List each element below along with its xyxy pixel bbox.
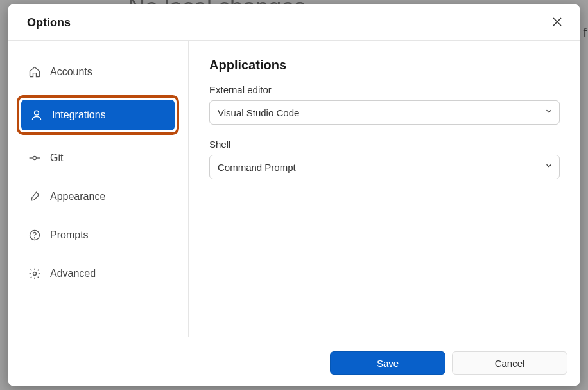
svg-point-2 xyxy=(35,111,39,115)
background-letter: f xyxy=(583,26,587,40)
dialog-title: Options xyxy=(27,16,71,30)
sidebar-item-label: Integrations xyxy=(52,109,106,121)
external-editor-field: External editor Visual Studio Code xyxy=(209,84,560,125)
sidebar-item-prompts[interactable]: Prompts xyxy=(19,220,177,251)
sidebar-item-label: Git xyxy=(50,152,63,164)
brush-icon xyxy=(28,190,41,203)
section-title: Applications xyxy=(209,58,560,73)
sidebar: Accounts Integrations xyxy=(8,41,189,337)
shell-field: Shell Command Prompt xyxy=(209,139,560,179)
field-label: External editor xyxy=(209,84,560,95)
field-label: Shell xyxy=(209,139,560,150)
sidebar-item-label: Advanced xyxy=(50,268,96,279)
select-value: Command Prompt xyxy=(218,162,296,173)
home-icon xyxy=(28,66,41,78)
select-value: Visual Studio Code xyxy=(218,107,299,118)
main-panel: Applications External editor Visual Stud… xyxy=(189,41,580,342)
tutorial-highlight: Integrations xyxy=(17,95,179,135)
save-button[interactable]: Save xyxy=(330,351,445,375)
sidebar-item-label: Appearance xyxy=(50,191,105,202)
sidebar-item-git[interactable]: Git xyxy=(19,143,177,173)
close-button[interactable] xyxy=(549,14,565,31)
sidebar-item-integrations[interactable]: Integrations xyxy=(21,100,175,130)
dialog-footer: Save Cancel xyxy=(8,342,580,386)
sidebar-item-appearance[interactable]: Appearance xyxy=(19,181,177,212)
commit-icon xyxy=(28,152,41,164)
select-wrap: Command Prompt xyxy=(209,155,560,179)
shell-select[interactable]: Command Prompt xyxy=(209,155,560,179)
dialog-body: Accounts Integrations xyxy=(8,41,580,342)
sidebar-item-label: Prompts xyxy=(50,229,89,241)
dialog-header: Options xyxy=(8,4,580,41)
external-editor-select[interactable]: Visual Studio Code xyxy=(209,100,560,125)
sidebar-item-accounts[interactable]: Accounts xyxy=(19,57,177,87)
person-icon xyxy=(30,109,43,121)
select-wrap: Visual Studio Code xyxy=(209,100,560,125)
sidebar-item-label: Accounts xyxy=(50,66,92,78)
close-icon xyxy=(552,19,562,29)
options-dialog: Options Accounts xyxy=(8,4,580,386)
cancel-button[interactable]: Cancel xyxy=(452,351,567,375)
svg-point-8 xyxy=(33,272,37,276)
svg-point-7 xyxy=(35,238,35,238)
question-icon xyxy=(28,229,41,242)
svg-point-3 xyxy=(33,157,37,160)
sidebar-item-advanced[interactable]: Advanced xyxy=(19,258,177,289)
gear-icon xyxy=(28,267,41,280)
